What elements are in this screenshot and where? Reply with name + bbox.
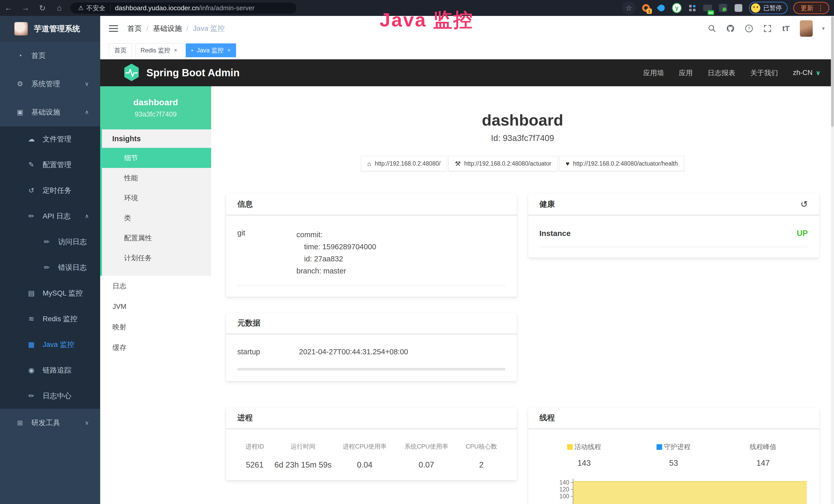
tab-java-monitor[interactable]: ● Java 监控 × [186, 43, 236, 57]
page-title: dashboard [211, 111, 834, 129]
close-icon[interactable]: × [227, 47, 231, 54]
extensions-puzzle-icon[interactable] [733, 3, 743, 13]
sba-nav-journal[interactable]: 日志报表 [708, 68, 736, 77]
tab-redis-monitor[interactable]: Redis 监控 × [135, 43, 183, 57]
sba-navbar: Spring Boot Admin 应用墙 应用 日志报表 关于我们 zh-CN… [100, 59, 834, 86]
history-icon: ↺ [26, 186, 37, 194]
sidebar-item-redis-monitor[interactable]: ≋ Redis 监控 [0, 306, 100, 332]
bookmark-star-icon[interactable]: ☆ [622, 1, 635, 15]
status-badge: UP [797, 229, 808, 238]
sidebar-item-error-logs[interactable]: ✏ 错误日志 [0, 255, 100, 280]
sidebar-item-infrastructure[interactable]: ▣ 基础设施 ∧ [0, 98, 100, 126]
breadcrumb-infrastructure[interactable]: 基础设施 [153, 24, 182, 33]
breadcrumb-current: Java 监控 [193, 24, 225, 33]
instance-header[interactable]: dashboard 93a3fc7f7409 [100, 86, 211, 130]
peak-threads-value: 147 [719, 459, 808, 468]
sidebar-item-home[interactable]: ◔ 首页 [0, 42, 100, 70]
layers-icon: ≋ [26, 315, 37, 323]
extension-y-icon[interactable]: y [672, 3, 682, 13]
sba-item-config-props[interactable]: 配置属性 [102, 228, 211, 248]
help-icon[interactable]: ? [744, 24, 753, 33]
breadcrumb-home[interactable]: 首页 [127, 24, 142, 33]
extension-on-icon[interactable]: on [703, 3, 712, 13]
extension-pin-icon[interactable] [657, 3, 666, 13]
gauge-icon: ◔ [14, 52, 26, 60]
eye-icon: ◉ [26, 366, 37, 374]
insights-group-title: Insights [102, 130, 211, 148]
horizontal-scrollbar[interactable] [237, 368, 505, 370]
sidebar-item-dev-tools[interactable]: ⊞ 研发工具 ∨ [0, 409, 100, 437]
actuator-url-chip[interactable]: ⚒ http://192.168.0.2:48080/actuator [448, 156, 557, 171]
chevron-down-icon: ∨ [816, 69, 821, 76]
sba-nav-about[interactable]: 关于我们 [750, 68, 778, 77]
log-icon: ✏ [41, 264, 52, 272]
sba-logo-icon [123, 63, 140, 83]
browser-menu-dots-icon[interactable]: ⋮ [817, 4, 824, 12]
browser-back-icon[interactable]: ← [0, 3, 17, 13]
sidebar-item-api-logs[interactable]: ✏ API 日志 ∧ [0, 203, 100, 229]
sba-item-logs[interactable]: 日志 [100, 276, 211, 296]
metadata-card-title: 元数据 [226, 313, 517, 335]
sba-nav-applications[interactable]: 应用 [679, 68, 693, 77]
sidebar-item-log-center[interactable]: ✏ 日志中心 [0, 383, 100, 409]
sba-item-environment[interactable]: 环境 [102, 188, 211, 208]
log-icon: ✏ [26, 212, 37, 220]
health-instance-label: Instance [540, 229, 571, 238]
sba-item-mappings[interactable]: 映射 [100, 317, 211, 337]
browser-reload-icon[interactable]: ↻ [34, 3, 51, 13]
close-icon[interactable]: × [174, 47, 177, 54]
threads-card-title: 线程 [528, 408, 819, 430]
sidebar-item-java-monitor[interactable]: ▦ Java 监控 [0, 332, 100, 358]
browser-forward-icon[interactable]: → [17, 3, 34, 13]
extension-grid-icon[interactable] [687, 3, 697, 13]
health-url-chip[interactable]: ♥ http://192.168.0.2:48080/actuator/heal… [559, 156, 684, 171]
browser-update-button[interactable]: 更新 ⋮ [793, 2, 829, 14]
app-logo[interactable]: 芋道管理系统 [0, 16, 100, 42]
scrollbar-thumb[interactable] [831, 17, 834, 127]
user-avatar[interactable] [800, 20, 813, 37]
extension-badge: 1 [646, 8, 652, 14]
url-host: dashboard.yudao.iocoder.cn [115, 4, 199, 12]
sidebar-item-config-management[interactable]: ✎ 配置管理 [0, 152, 100, 178]
sba-item-scheduled-tasks[interactable]: 计划任务 [102, 248, 211, 268]
not-secure-label[interactable]: 不安全 [86, 4, 106, 12]
extension-leaf-icon[interactable] [718, 3, 728, 13]
sba-item-metrics[interactable]: 性能 [102, 168, 211, 188]
sba-brand-title[interactable]: Spring Boot Admin [147, 67, 240, 78]
extension-orange-icon[interactable]: 1 [641, 3, 651, 13]
url-path: /infra/admin-server [199, 4, 255, 12]
annotation-java-monitor: Java 监控 [380, 7, 474, 33]
sba-nav-wallboard[interactable]: 应用墙 [643, 68, 664, 77]
database-icon: ▤ [26, 289, 37, 297]
sidebar-item-system-management[interactable]: ⚙ 系统管理 ∨ [0, 70, 100, 98]
font-size-icon[interactable]: tT [781, 24, 791, 33]
chart-y-axis: 140 120 100 [554, 479, 573, 504]
search-icon[interactable] [707, 24, 717, 33]
chevron-down-icon: ∨ [85, 419, 89, 426]
browser-home-icon[interactable]: ⌂ [51, 3, 68, 13]
fullscreen-icon[interactable] [763, 24, 772, 33]
health-card: 健康 ↺ Instance UP [528, 194, 819, 258]
service-url-chip[interactable]: ⌂ http://192.168.0.2:48080/ [361, 156, 447, 171]
startup-timestamp: 2021-04-27T00:44:31.254+08:00 [299, 348, 408, 356]
process-card: 进程 进程ID 运行时间 进程CPU使用率 系统CPU使用率 CPU核心数 [226, 408, 517, 480]
sidebar-item-file-management[interactable]: ☁ 文件管理 [0, 126, 100, 152]
sba-item-details[interactable]: 细节 [102, 148, 211, 168]
history-icon[interactable]: ↺ [800, 199, 808, 209]
sidebar-item-scheduled-tasks[interactable]: ↺ 定时任务 [0, 178, 100, 203]
sba-item-caches[interactable]: 缓存 [100, 337, 211, 358]
address-bar[interactable]: ⚠ 不安全 dashboard.yudao.iocoder.cn /infra/… [70, 3, 297, 14]
avatar-caret-icon[interactable]: ▾ [822, 25, 825, 32]
sidebar-item-mysql-monitor[interactable]: ▤ MySQL 监控 [0, 280, 100, 306]
sidebar-collapse-icon[interactable] [109, 25, 118, 32]
sba-locale-select[interactable]: zh-CN ∨ [793, 69, 821, 77]
sidebar-item-trace[interactable]: ◉ 链路追踪 [0, 358, 100, 383]
active-threads-value: 143 [540, 459, 629, 468]
sba-item-jvm[interactable]: JVM [100, 296, 211, 317]
sba-item-classes[interactable]: 类 [102, 208, 211, 228]
profile-paused-chip[interactable]: 已暂停 [749, 2, 788, 14]
page-scrollbar[interactable] [831, 16, 834, 504]
github-icon[interactable] [726, 24, 735, 33]
sidebar-item-access-logs[interactable]: ✏ 访问日志 [0, 229, 100, 255]
tab-home[interactable]: 首页 [109, 43, 132, 57]
